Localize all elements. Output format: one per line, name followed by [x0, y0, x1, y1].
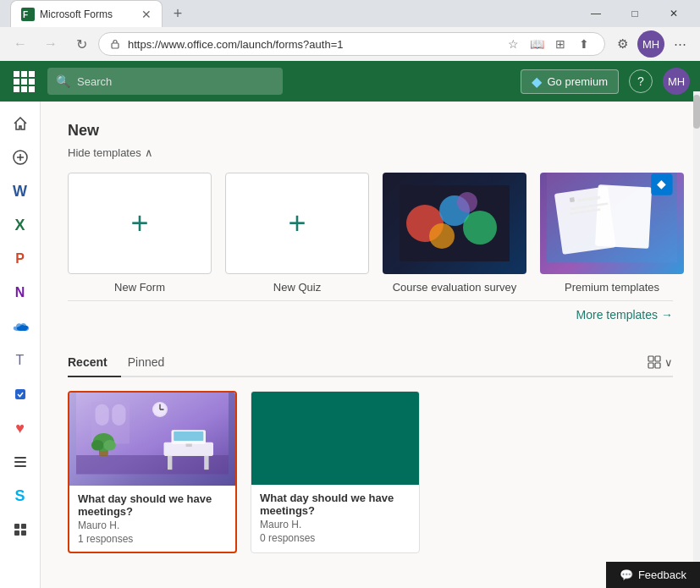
- new-tab-button[interactable]: +: [166, 2, 190, 25]
- premium-svg: ◆: [547, 173, 677, 267]
- home-icon: [12, 115, 29, 132]
- sidebar-item-list[interactable]: [5, 447, 36, 477]
- course-eval-card[interactable]: Course evaluation survey: [383, 173, 526, 294]
- browser-tab[interactable]: F Microsoft Forms ✕: [10, 0, 163, 27]
- form-thumb-1-image: [69, 393, 235, 486]
- sidebar-item-protect[interactable]: ♥: [5, 413, 36, 443]
- new-quiz-card-box: +: [225, 173, 369, 274]
- tab-pinned[interactable]: Pinned: [128, 349, 179, 376]
- waffle-button[interactable]: [10, 68, 37, 95]
- tab-title: Microsoft Forms: [40, 8, 136, 20]
- tab-close-button[interactable]: ✕: [141, 8, 152, 21]
- recent-forms-grid: What day should we have meetings? Mauro …: [68, 391, 673, 553]
- svg-text:◆: ◆: [657, 177, 666, 190]
- svg-rect-12: [14, 530, 19, 536]
- forward-button[interactable]: →: [37, 30, 64, 58]
- svg-text:F: F: [23, 10, 28, 19]
- svg-rect-46: [174, 431, 203, 441]
- search-box[interactable]: 🔍 Search: [47, 68, 283, 95]
- feedback-button[interactable]: 💬 Feedback: [606, 562, 700, 588]
- form-card-1[interactable]: What day should we have meetings? Mauro …: [68, 391, 237, 553]
- diamond-icon: ◆: [532, 74, 542, 90]
- profile-button[interactable]: MH: [637, 30, 664, 58]
- grid-view-icon: [648, 355, 661, 369]
- new-section-title: New: [68, 122, 673, 140]
- url-text: https://www.office.com/launch/forms?auth…: [128, 38, 496, 51]
- add-to-reading-icon[interactable]: ☆: [503, 34, 523, 54]
- svg-point-18: [429, 223, 455, 249]
- sidebar-item-todo[interactable]: [5, 379, 36, 409]
- svg-point-50: [91, 440, 103, 451]
- reading-list-icon[interactable]: 📖: [526, 34, 547, 54]
- go-premium-label: Go premium: [547, 75, 608, 88]
- hide-templates-label: Hide templates: [68, 146, 141, 159]
- form-thumb-1-svg: [76, 391, 229, 479]
- maximize-button[interactable]: □: [615, 0, 654, 27]
- sidebar-item-teams[interactable]: T: [5, 345, 36, 376]
- address-icons: ☆ 📖 ⊞ ⬆: [503, 34, 594, 54]
- sidebar-item-onedrive[interactable]: [5, 311, 36, 342]
- share-icon[interactable]: ⬆: [574, 34, 594, 54]
- tab-recent[interactable]: Recent: [68, 349, 121, 377]
- form-card-1-thumbnail: [69, 393, 235, 486]
- course-eval-label: Course evaluation survey: [393, 281, 517, 294]
- close-button[interactable]: ✕: [654, 0, 693, 27]
- lock-icon: [109, 38, 121, 50]
- sidebar-item-word[interactable]: W: [5, 176, 36, 206]
- new-form-plus-icon: +: [130, 206, 148, 241]
- top-profile-button[interactable]: MH: [663, 68, 690, 95]
- form-card-2-thumbnail: [251, 392, 419, 485]
- minimize-button[interactable]: —: [576, 0, 615, 27]
- sidebar-item-skype[interactable]: S: [5, 481, 36, 511]
- svg-rect-47: [186, 444, 192, 448]
- new-form-card[interactable]: + New Form: [68, 173, 212, 294]
- settings-more-button[interactable]: ⋯: [666, 30, 693, 58]
- help-button[interactable]: ?: [629, 69, 653, 93]
- svg-rect-29: [648, 356, 653, 361]
- main-content: New Hide templates ∧ + New Form +: [41, 102, 700, 588]
- extensions-button[interactable]: ⚙: [609, 30, 636, 58]
- feedback-icon: 💬: [620, 569, 633, 581]
- new-quiz-card[interactable]: + New Quiz: [225, 173, 369, 294]
- scrollbar[interactable]: [693, 91, 700, 588]
- scrollbar-thumb[interactable]: [693, 95, 700, 129]
- back-button[interactable]: ←: [7, 30, 34, 58]
- more-templates-link[interactable]: More templates →: [576, 308, 673, 321]
- form-card-2-info: What day should we have meetings? Mauro …: [251, 485, 419, 551]
- svg-rect-10: [14, 524, 19, 529]
- sidebar-item-onenote[interactable]: N: [5, 278, 36, 308]
- form-thumb-2-image: [251, 392, 419, 485]
- sidebar: W X P N T ♥ S: [0, 102, 41, 588]
- hide-templates-button[interactable]: Hide templates ∧: [68, 146, 673, 159]
- premium-card-image: ◆: [540, 173, 684, 274]
- view-toggle-chevron: ∨: [664, 356, 673, 369]
- form-card-1-title: What day should we have meetings?: [78, 492, 227, 518]
- sidebar-item-home[interactable]: [5, 108, 36, 139]
- svg-rect-37: [112, 404, 125, 426]
- more-templates-label: More templates: [576, 308, 658, 321]
- browser-window: F Microsoft Forms ✕ + — □ ✕ ← → ↻ https:…: [0, 0, 700, 61]
- sidebar-item-powerpoint[interactable]: P: [5, 244, 36, 274]
- address-bar[interactable]: https://www.office.com/launch/forms?auth…: [98, 32, 605, 56]
- svg-point-17: [463, 211, 497, 245]
- view-toggle-button[interactable]: ∨: [648, 355, 673, 369]
- new-form-label: New Form: [114, 281, 165, 294]
- svg-rect-13: [21, 530, 26, 536]
- window-controls: — □ ✕: [576, 0, 693, 27]
- sidebar-item-excel[interactable]: X: [5, 210, 36, 240]
- grid-icon: [12, 521, 29, 538]
- form-card-2[interactable]: What day should we have meetings? Mauro …: [251, 391, 420, 553]
- go-premium-button[interactable]: ◆ Go premium: [521, 69, 619, 94]
- premium-templates-card[interactable]: ◆ Premium templates: [540, 173, 684, 294]
- svg-point-51: [103, 440, 115, 451]
- refresh-button[interactable]: ↻: [68, 30, 95, 58]
- sidebar-item-add[interactable]: [5, 142, 36, 173]
- premium-templates-thumbnail: ◆: [540, 173, 684, 274]
- svg-rect-2: [112, 43, 119, 48]
- premium-templates-label: Premium templates: [565, 281, 659, 294]
- feedback-label: Feedback: [638, 569, 686, 581]
- collections-icon[interactable]: ⊞: [550, 34, 570, 54]
- nav-bar: ← → ↻ https://www.office.com/launch/form…: [0, 27, 700, 61]
- svg-rect-30: [655, 356, 660, 361]
- sidebar-item-grid[interactable]: [5, 514, 36, 545]
